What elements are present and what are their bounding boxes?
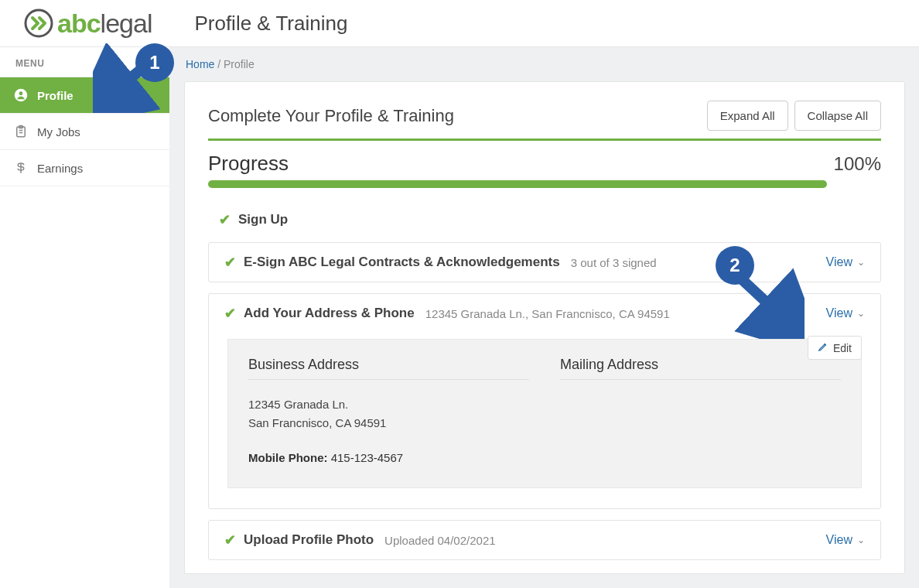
progress-bar-wrap	[208, 180, 881, 188]
address-line1: 12345 Granada Ln.	[248, 395, 529, 414]
step-photo-head[interactable]: ✔ Upload Profile Photo Uploaded 04/02/20…	[209, 521, 880, 559]
content-header: Complete Your Profile & Training Expand …	[208, 101, 881, 131]
address-line2: San Francnisco, CA 94591	[248, 414, 529, 432]
content-heading: Complete Your Profile & Training	[208, 106, 454, 126]
check-icon: ✔	[219, 211, 231, 228]
view-label: View	[826, 306, 852, 320]
view-link-esign[interactable]: View ⌄	[826, 255, 865, 269]
annotation-circle: 1	[135, 43, 174, 82]
step-signup: ✔ Sign Up	[208, 203, 881, 242]
chevron-down-icon: ⌄	[857, 257, 865, 268]
step-title: E-Sign ABC Legal Contracts & Acknowledge…	[244, 255, 560, 270]
main-area: Home / Profile Complete Your Profile & T…	[170, 47, 919, 588]
annotation-2: 2	[712, 246, 805, 339]
divider	[208, 138, 881, 141]
sidebar-item-label: Profile	[37, 89, 73, 102]
annotation-number: 1	[149, 52, 159, 74]
logo-text-abc: abc	[57, 9, 101, 38]
step-subtitle: 12345 Granada Ln., San Francnisco, CA 94…	[425, 307, 670, 320]
sidebar-item-earnings[interactable]: Earnings	[0, 150, 169, 186]
step-title: Sign Up	[238, 212, 288, 227]
step-subtitle: Uploaded 04/02/2021	[384, 534, 495, 547]
check-icon: ✔	[224, 305, 236, 322]
step-subtitle: 3 out of 3 signed	[571, 256, 657, 269]
progress-row: Progress 100%	[208, 152, 881, 176]
view-label: View	[826, 255, 852, 269]
edit-button[interactable]: Edit	[808, 336, 862, 360]
header-bar: abclegal Profile & Training	[0, 0, 919, 47]
business-address-col: Business Address 12345 Granada Ln. San F…	[248, 357, 529, 464]
dollar-icon	[14, 161, 29, 175]
logo[interactable]: abclegal	[23, 8, 152, 39]
phone-value: 415-123-4567	[331, 451, 403, 464]
view-link-photo[interactable]: View ⌄	[826, 533, 865, 547]
edit-label: Edit	[833, 342, 852, 354]
progress-label: Progress	[208, 152, 289, 176]
breadcrumb: Home / Profile	[170, 47, 919, 81]
sidebar-item-myjobs[interactable]: My Jobs	[0, 114, 169, 150]
annotation-circle: 2	[716, 246, 754, 285]
pencil-icon	[818, 341, 828, 354]
chevron-down-icon: ⌄	[857, 308, 865, 319]
breadcrumb-sep: /	[217, 58, 220, 70]
step-address-body: Edit Business Address 12345 Granada Ln. …	[209, 333, 880, 508]
check-icon: ✔	[224, 254, 236, 271]
chevron-down-icon: ⌄	[857, 535, 865, 545]
breadcrumb-current: Profile	[224, 58, 255, 70]
svg-point-2	[19, 91, 23, 95]
annotation-1: 1	[93, 43, 170, 113]
progress-bar-fill	[208, 180, 827, 188]
sidebar-item-label: Earnings	[37, 162, 83, 175]
sidebar-item-label: My Jobs	[37, 125, 80, 138]
step-title: Add Your Address & Phone	[244, 306, 415, 321]
sidebar: MENU Profile My Jobs Earnings	[0, 47, 170, 588]
view-link-address[interactable]: View ⌄	[826, 306, 865, 320]
view-label: View	[826, 533, 852, 547]
breadcrumb-home-link[interactable]: Home	[186, 58, 214, 70]
expand-all-button[interactable]: Expand All	[707, 101, 788, 131]
address-panel: Business Address 12345 Granada Ln. San F…	[227, 339, 862, 488]
clipboard-icon	[14, 125, 29, 138]
business-address-heading: Business Address	[248, 357, 529, 380]
page-title: Profile & Training	[194, 12, 347, 36]
step-title: Upload Profile Photo	[244, 532, 374, 548]
progress-percent: 100%	[834, 153, 881, 175]
logo-text: abclegal	[57, 9, 152, 39]
logo-text-legal: legal	[101, 9, 152, 38]
phone-label: Mobile Phone:	[248, 451, 328, 464]
mailing-address-col: Mailing Address	[560, 357, 841, 464]
annotation-number: 2	[729, 255, 740, 276]
logo-chevrons-icon	[23, 8, 54, 39]
svg-line-8	[743, 280, 787, 322]
progress-bar	[208, 180, 827, 188]
phone-row: Mobile Phone: 415-123-4567	[248, 451, 529, 464]
mailing-address-heading: Mailing Address	[560, 357, 841, 380]
step-photo: ✔ Upload Profile Photo Uploaded 04/02/20…	[208, 520, 881, 560]
person-icon	[14, 88, 29, 102]
check-icon: ✔	[224, 532, 236, 549]
collapse-all-button[interactable]: Collapse All	[794, 101, 881, 131]
